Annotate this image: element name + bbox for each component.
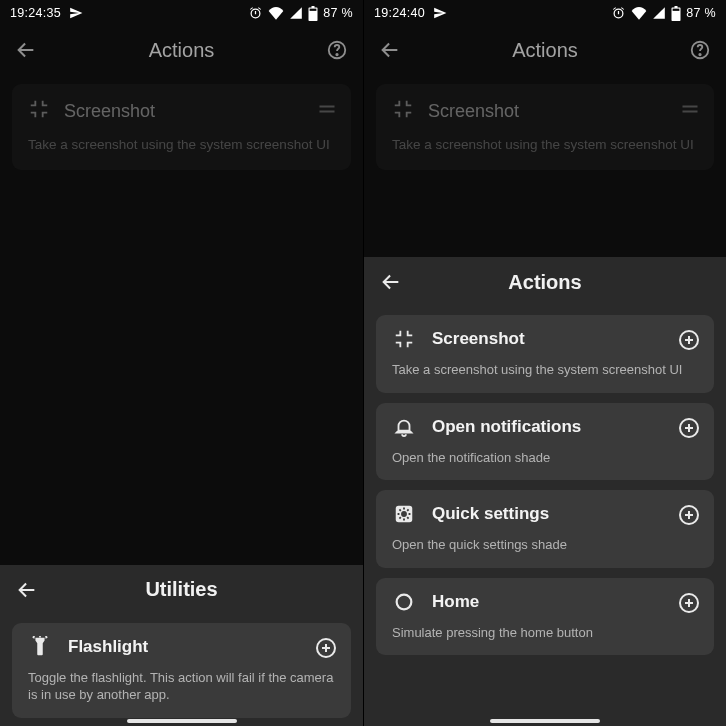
send-icon [433, 6, 447, 20]
fullscreen-exit-icon [28, 98, 50, 124]
app-settings-icon [392, 502, 416, 526]
signal-icon [289, 6, 303, 20]
add-icon[interactable] [313, 635, 339, 661]
add-icon[interactable] [676, 502, 702, 528]
sheet-title: Utilities [14, 578, 349, 601]
alarm-icon [611, 6, 626, 21]
status-bar: 19:24:40 87 % [364, 0, 726, 26]
flashlight-icon [28, 635, 52, 659]
back-arrow-icon[interactable] [14, 38, 38, 62]
card-title: Flashlight [68, 637, 148, 657]
status-battery: 87 % [686, 6, 716, 20]
card-desc: Take a screenshot using the system scree… [392, 136, 698, 154]
svg-point-10 [401, 511, 407, 517]
app-bar: Actions [364, 26, 726, 74]
svg-rect-0 [310, 8, 317, 10]
nav-handle[interactable] [127, 719, 237, 723]
card-title: Screenshot [64, 101, 155, 122]
card-desc: Open the notification shade [392, 449, 698, 467]
action-card-screenshot[interactable]: Screenshot Take a screenshot using the s… [376, 315, 714, 393]
signal-icon [652, 6, 666, 20]
card-title: Screenshot [428, 101, 519, 122]
app-bar: Actions [0, 26, 363, 74]
appbar-title: Actions [402, 39, 688, 62]
drag-handle-icon[interactable] [317, 102, 337, 120]
svg-rect-4 [673, 8, 680, 10]
help-icon[interactable] [325, 38, 349, 62]
action-card-screenshot-dim: Screenshot Take a screenshot using the s… [376, 84, 714, 170]
battery-icon [671, 6, 681, 21]
card-desc: Toggle the flashlight. This action will … [28, 669, 335, 704]
phone-right: 19:24:40 87 % Actions [363, 0, 726, 726]
svg-point-2 [336, 54, 337, 55]
add-icon[interactable] [676, 415, 702, 441]
card-title: Quick settings [432, 504, 549, 524]
bottom-sheet-utilities: Utilities Flashlight Toggle the flashlig… [0, 565, 363, 726]
fullscreen-exit-icon [392, 98, 414, 124]
fullscreen-exit-icon [392, 327, 416, 351]
status-battery: 87 % [323, 6, 353, 20]
action-card-home[interactable]: Home Simulate pressing the home button [376, 578, 714, 656]
appbar-title: Actions [38, 39, 325, 62]
back-arrow-icon[interactable] [378, 38, 402, 62]
nav-handle[interactable] [490, 719, 600, 723]
alarm-icon [248, 6, 263, 21]
svg-point-12 [397, 594, 412, 609]
sheet-title: Actions [378, 271, 712, 294]
card-title: Open notifications [432, 417, 581, 437]
add-icon[interactable] [676, 590, 702, 616]
card-desc: Take a screenshot using the system scree… [28, 136, 335, 154]
action-card-flashlight[interactable]: Flashlight Toggle the flashlight. This a… [12, 623, 351, 718]
bell-icon [392, 415, 416, 439]
battery-icon [308, 6, 318, 21]
help-icon[interactable] [688, 38, 712, 62]
status-time: 19:24:40 [374, 6, 425, 20]
card-desc: Take a screenshot using the system scree… [392, 361, 698, 379]
status-time: 19:24:35 [10, 6, 61, 20]
send-icon [69, 6, 83, 20]
action-card-screenshot-dim: Screenshot Take a screenshot using the s… [12, 84, 351, 170]
card-title: Home [432, 592, 479, 612]
status-bar: 19:24:35 87 % [0, 0, 363, 26]
drag-handle-icon[interactable] [680, 102, 700, 120]
action-card-open-notifications[interactable]: Open notifications Open the notification… [376, 403, 714, 481]
add-icon[interactable] [676, 327, 702, 353]
phone-left: 19:24:35 87 % Actions [0, 0, 363, 726]
wifi-icon [268, 6, 284, 20]
wifi-icon [631, 6, 647, 20]
card-desc: Simulate pressing the home button [392, 624, 698, 642]
card-desc: Open the quick settings shade [392, 536, 698, 554]
bottom-sheet-actions: Actions Screenshot Take a screenshot usi… [364, 257, 726, 726]
card-title: Screenshot [432, 329, 525, 349]
action-card-quick-settings[interactable]: Quick settings Open the quick settings s… [376, 490, 714, 568]
svg-point-6 [699, 54, 700, 55]
circle-icon [392, 590, 416, 614]
